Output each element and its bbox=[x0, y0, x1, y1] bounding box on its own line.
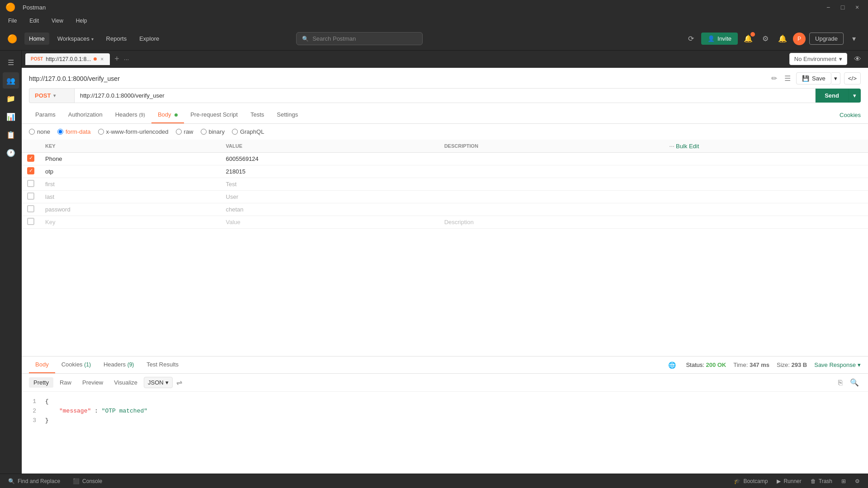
upgrade-button[interactable]: Upgrade bbox=[809, 33, 844, 45]
save-response-button[interactable]: Save Response ▾ bbox=[814, 361, 861, 368]
tab-modified-dot bbox=[94, 57, 97, 61]
nav-workspaces[interactable]: Workspaces ▾ bbox=[53, 33, 98, 45]
tab-headers[interactable]: Headers (9) bbox=[109, 107, 151, 123]
runner-button[interactable]: ▶ Runner bbox=[774, 476, 804, 486]
sidebar-environments-button[interactable]: 📁 bbox=[3, 90, 19, 107]
resp-tab-cookies[interactable]: Cookies (1) bbox=[55, 357, 97, 373]
send-button[interactable]: Send bbox=[816, 89, 848, 103]
tab-tests[interactable]: Tests bbox=[244, 107, 270, 123]
menu-view[interactable]: View bbox=[49, 16, 66, 26]
key-first[interactable]: first bbox=[45, 181, 55, 188]
resp-tab-body[interactable]: Body bbox=[29, 357, 55, 373]
tab-authorization[interactable]: Authorization bbox=[62, 107, 109, 123]
key-password[interactable]: password bbox=[45, 206, 71, 213]
chevron-down-icon[interactable]: ▾ bbox=[847, 32, 861, 46]
eye-icon-button[interactable]: 👁 bbox=[851, 52, 864, 66]
key-new[interactable]: Key bbox=[45, 219, 55, 225]
layout-icon-button[interactable]: ⊞ bbox=[839, 476, 849, 486]
format-type-select[interactable]: JSON ▾ bbox=[144, 377, 173, 388]
row-checkbox-new[interactable] bbox=[27, 218, 34, 225]
notifications-button[interactable]: 🔔 bbox=[741, 32, 755, 46]
desc-new[interactable]: Description bbox=[444, 219, 474, 225]
environment-dropdown[interactable]: No Environment ▾ bbox=[789, 53, 847, 65]
col-actions: ··· Bulk Edit bbox=[664, 140, 868, 153]
find-replace-button[interactable]: 🔍 Find and Replace bbox=[5, 476, 63, 486]
body-type-form-data[interactable]: form-data bbox=[57, 128, 91, 135]
key-last[interactable]: last bbox=[45, 193, 54, 200]
save-dropdown-button[interactable]: ▾ bbox=[831, 72, 840, 84]
cookies-link[interactable]: Cookies bbox=[840, 112, 861, 118]
table-options-button[interactable]: ··· bbox=[669, 142, 675, 150]
nav-reports[interactable]: Reports bbox=[102, 33, 132, 45]
description-icon-button[interactable]: ☰ bbox=[783, 72, 793, 84]
maximize-button[interactable]: □ bbox=[837, 2, 848, 13]
trash-button[interactable]: 🗑 Trash bbox=[808, 476, 835, 486]
body-type-raw[interactable]: raw bbox=[176, 128, 193, 135]
body-type-graphql[interactable]: GraphQL bbox=[232, 128, 264, 135]
sidebar-monitors-button[interactable]: 📋 bbox=[3, 127, 19, 143]
tab-settings[interactable]: Settings bbox=[270, 107, 304, 123]
copy-response-button[interactable]: ⎘ bbox=[836, 376, 844, 389]
close-button[interactable]: × bbox=[852, 2, 863, 13]
resp-tab-test-results[interactable]: Test Results bbox=[140, 357, 185, 373]
format-pretty[interactable]: Pretty bbox=[29, 377, 53, 388]
row-checkbox-first[interactable] bbox=[27, 180, 34, 187]
sidebar-new-button[interactable]: ☰ bbox=[3, 54, 19, 70]
body-type-urlencoded[interactable]: x-www-form-urlencoded bbox=[98, 128, 169, 135]
tab-body[interactable]: Body bbox=[151, 107, 184, 123]
value-first[interactable]: Test bbox=[226, 181, 237, 188]
request-tab[interactable]: POST http://127.0.0.1:8... × bbox=[25, 53, 110, 65]
settings-button[interactable]: ⚙ bbox=[759, 32, 772, 46]
value-phone[interactable]: 6005569124 bbox=[226, 155, 259, 162]
body-type-binary[interactable]: binary bbox=[201, 128, 225, 135]
format-visualize[interactable]: Visualize bbox=[109, 377, 142, 388]
value-otp[interactable]: 218015 bbox=[226, 168, 245, 175]
sidebar-history-button[interactable]: 🕐 bbox=[3, 145, 19, 161]
key-otp[interactable]: otp bbox=[45, 168, 53, 175]
format-raw[interactable]: Raw bbox=[55, 377, 76, 388]
json-value-message: "OTP matched" bbox=[102, 408, 147, 414]
format-preview[interactable]: Preview bbox=[78, 377, 108, 388]
method-select[interactable]: POST ▾ bbox=[29, 88, 74, 103]
body-type-none[interactable]: none bbox=[29, 128, 50, 135]
tab-pre-request-script[interactable]: Pre-request Script bbox=[184, 107, 244, 123]
sidebar-mock-button[interactable]: 📊 bbox=[3, 108, 19, 125]
key-phone[interactable]: Phone bbox=[45, 155, 62, 162]
sidebar-collections-button[interactable]: 👥 bbox=[3, 72, 19, 89]
new-tab-button[interactable]: + bbox=[112, 54, 122, 64]
sync-icon-button[interactable]: ⟳ bbox=[684, 32, 698, 46]
wrap-icon-button[interactable]: ⇌ bbox=[175, 376, 184, 389]
value-last[interactable]: User bbox=[226, 193, 238, 200]
more-tabs-button[interactable]: ··· bbox=[124, 56, 129, 63]
row-checkbox-otp[interactable] bbox=[27, 167, 34, 174]
edit-icon-button[interactable]: ✏ bbox=[769, 72, 779, 84]
save-button[interactable]: 💾 Save bbox=[796, 72, 831, 84]
user-avatar[interactable]: P bbox=[793, 33, 806, 45]
row-checkbox-password[interactable] bbox=[27, 205, 34, 212]
url-input[interactable] bbox=[74, 88, 816, 103]
tab-params[interactable]: Params bbox=[29, 107, 62, 123]
globe-icon-button[interactable]: 🌐 bbox=[665, 358, 679, 372]
row-checkbox-last[interactable] bbox=[27, 192, 34, 200]
settings-icon-button[interactable]: ⚙ bbox=[852, 476, 863, 486]
search-bar[interactable]: 🔍 Search Postman bbox=[296, 32, 423, 45]
menu-file[interactable]: File bbox=[5, 16, 19, 26]
nav-home[interactable]: Home bbox=[24, 33, 49, 45]
bell-button[interactable]: 🔔 bbox=[776, 32, 789, 46]
menu-edit[interactable]: Edit bbox=[27, 16, 42, 26]
code-view-button[interactable]: </> bbox=[844, 72, 861, 84]
minimize-button[interactable]: − bbox=[823, 2, 834, 13]
resp-tab-headers[interactable]: Headers (9) bbox=[97, 357, 140, 373]
send-dropdown-button[interactable]: ▾ bbox=[848, 89, 861, 103]
menu-help[interactable]: Help bbox=[73, 16, 90, 26]
tab-close-button[interactable]: × bbox=[99, 56, 104, 62]
bootcamp-button[interactable]: 🎓 Bootcamp bbox=[731, 476, 770, 486]
value-new[interactable]: Value bbox=[226, 219, 241, 225]
invite-button[interactable]: 👤 Invite bbox=[701, 33, 738, 45]
search-response-button[interactable]: 🔍 bbox=[848, 376, 861, 389]
console-button[interactable]: ⬛ Console bbox=[70, 476, 105, 486]
row-checkbox-phone[interactable] bbox=[27, 155, 34, 162]
nav-explore[interactable]: Explore bbox=[135, 33, 164, 45]
value-password[interactable]: chetan bbox=[226, 206, 244, 213]
bulk-edit-button[interactable]: Bulk Edit bbox=[676, 143, 699, 150]
